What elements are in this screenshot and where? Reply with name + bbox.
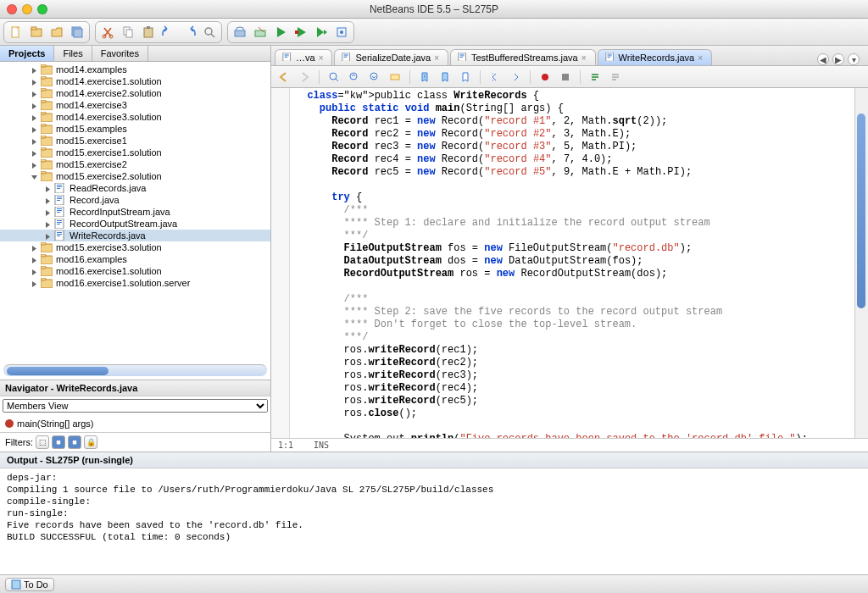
comment-icon[interactable] [587, 69, 603, 85]
tree-package[interactable]: mod15.examples [0, 123, 270, 135]
shift-left-icon[interactable] [487, 69, 503, 85]
svg-rect-13 [255, 30, 265, 36]
editor-tab[interactable]: WriteRecords.java× [598, 49, 713, 65]
tree-package[interactable]: mod15.exercise3.solution [0, 241, 270, 253]
tab-files[interactable]: Files [54, 46, 92, 61]
disclosure-triangle-icon[interactable] [31, 149, 38, 157]
code-editor[interactable]: class="kw">public class WriteRecords { p… [290, 88, 854, 438]
tree-package[interactable]: mod14.exercise1.solution [0, 75, 270, 87]
cut-icon[interactable] [99, 24, 116, 41]
macro-record-icon[interactable] [537, 69, 553, 85]
tree-package[interactable]: mod14.examples [0, 64, 270, 75]
filter-inherited-icon[interactable]: ⬚ [36, 435, 49, 449]
tree-package[interactable]: mod14.exercise3.solution [0, 111, 270, 123]
tree-package[interactable]: mod14.exercise3 [0, 99, 270, 111]
disclosure-triangle-icon[interactable] [44, 208, 52, 216]
nav-forward-icon[interactable] [297, 69, 312, 85]
tab-projects[interactable]: Projects [0, 46, 54, 61]
copy-icon[interactable] [120, 24, 136, 41]
tree-package[interactable]: mod16.examples [0, 253, 270, 265]
next-bookmark-icon[interactable] [437, 69, 453, 85]
disclosure-triangle-icon[interactable] [31, 125, 38, 133]
tree-java-file[interactable]: ReadRecords.java [0, 182, 270, 194]
disclosure-triangle-icon[interactable] [31, 114, 38, 121]
tree-package[interactable]: mod14.exercise2.solution [0, 87, 270, 99]
editor-tab[interactable]: …va× [275, 49, 332, 65]
undo-icon[interactable] [160, 24, 177, 41]
open-project-icon[interactable] [48, 24, 65, 41]
close-tab-icon[interactable]: × [698, 53, 703, 63]
disclosure-triangle-icon[interactable] [31, 256, 38, 263]
run-main-icon[interactable] [313, 24, 330, 41]
paste-icon[interactable] [140, 24, 157, 41]
shift-right-icon[interactable] [508, 69, 523, 85]
tree-package[interactable]: mod16.exercise1.solution [0, 265, 270, 277]
tree-java-file[interactable]: RecordOutputStream.java [0, 218, 270, 230]
find-prev-icon[interactable] [347, 69, 362, 85]
disclosure-triangle-icon[interactable] [31, 137, 38, 145]
close-tab-icon[interactable]: × [581, 53, 587, 63]
project-tree[interactable]: mod14.examplesmod14.exercise1.solutionmo… [0, 62, 270, 364]
tab-favorites[interactable]: Favorites [92, 46, 148, 61]
close-window-icon[interactable] [7, 4, 17, 14]
clean-build-icon[interactable] [252, 24, 269, 41]
navigator-member[interactable]: main(String[] args) [0, 415, 270, 432]
tab-forward-icon[interactable]: ▶ [832, 53, 844, 65]
disclosure-triangle-icon[interactable] [31, 280, 38, 287]
filter-fields-icon[interactable]: ■ [52, 435, 65, 449]
todo-button[interactable]: To Do [5, 578, 54, 591]
close-tab-icon[interactable]: × [434, 53, 439, 63]
disclosure-triangle-icon[interactable] [31, 268, 38, 275]
output-console[interactable]: deps-jar: Compiling 1 source file to /Us… [0, 468, 868, 574]
disclosure-triangle-icon[interactable] [31, 102, 38, 109]
navigator-view-select[interactable]: Members View [3, 399, 268, 413]
build-icon[interactable] [231, 24, 248, 41]
zoom-window-icon[interactable] [37, 4, 47, 14]
toggle-bookmark-icon[interactable] [458, 69, 473, 85]
save-all-icon[interactable] [69, 24, 86, 41]
tab-back-icon[interactable]: ◀ [817, 53, 829, 65]
new-project-icon[interactable] [28, 24, 45, 41]
editor-tab[interactable]: TestBufferedStreams.java× [450, 49, 596, 65]
disclosure-triangle-icon[interactable] [44, 197, 52, 204]
disclosure-triangle-icon[interactable] [31, 244, 38, 252]
disclosure-triangle-icon[interactable] [44, 185, 52, 192]
debug-icon[interactable] [292, 24, 309, 41]
tree-java-file[interactable]: RecordInputStream.java [0, 206, 270, 218]
search-icon[interactable] [201, 24, 218, 41]
attach-debugger-icon[interactable] [333, 24, 350, 41]
run-icon[interactable] [272, 24, 289, 41]
filter-static-icon[interactable]: ■ [68, 435, 81, 449]
redo-icon[interactable] [181, 24, 198, 41]
uncomment-icon[interactable] [608, 69, 623, 85]
nav-back-icon[interactable] [276, 69, 292, 85]
tab-list-icon[interactable]: ▾ [848, 53, 860, 65]
editor-vertical-scrollbar[interactable] [854, 88, 868, 438]
disclosure-triangle-icon[interactable] [31, 66, 38, 74]
filter-nonpublic-icon[interactable]: 🔒 [84, 435, 97, 449]
tree-horizontal-scrollbar[interactable] [3, 364, 267, 376]
close-tab-icon[interactable]: × [319, 53, 324, 63]
find-selection-icon[interactable] [326, 69, 342, 85]
tree-package[interactable]: mod15.exercise2 [0, 158, 270, 170]
toggle-highlight-icon[interactable] [387, 69, 403, 85]
prev-bookmark-icon[interactable] [417, 69, 432, 85]
disclosure-triangle-icon[interactable] [44, 232, 52, 240]
tree-package[interactable]: mod15.exercise1.solution [0, 147, 270, 158]
tree-package[interactable]: mod15.exercise1 [0, 135, 270, 147]
new-file-icon[interactable] [8, 24, 25, 41]
editor-gutter[interactable] [271, 88, 290, 438]
find-next-icon[interactable] [367, 69, 382, 85]
disclosure-triangle-icon[interactable] [44, 220, 52, 228]
minimize-window-icon[interactable] [22, 4, 32, 14]
tree-java-file[interactable]: WriteRecords.java [0, 230, 270, 241]
disclosure-triangle-icon[interactable] [31, 161, 38, 169]
disclosure-triangle-icon[interactable] [31, 90, 38, 97]
tree-package[interactable]: mod15.exercise2.solution [0, 170, 270, 182]
tree-package[interactable]: mod16.exercise1.solution.server [0, 277, 270, 289]
disclosure-triangle-icon[interactable] [31, 173, 38, 180]
editor-tab[interactable]: SerializeDate.java× [334, 49, 448, 65]
tree-java-file[interactable]: Record.java [0, 194, 270, 206]
macro-stop-icon[interactable] [558, 69, 573, 85]
disclosure-triangle-icon[interactable] [31, 78, 38, 86]
